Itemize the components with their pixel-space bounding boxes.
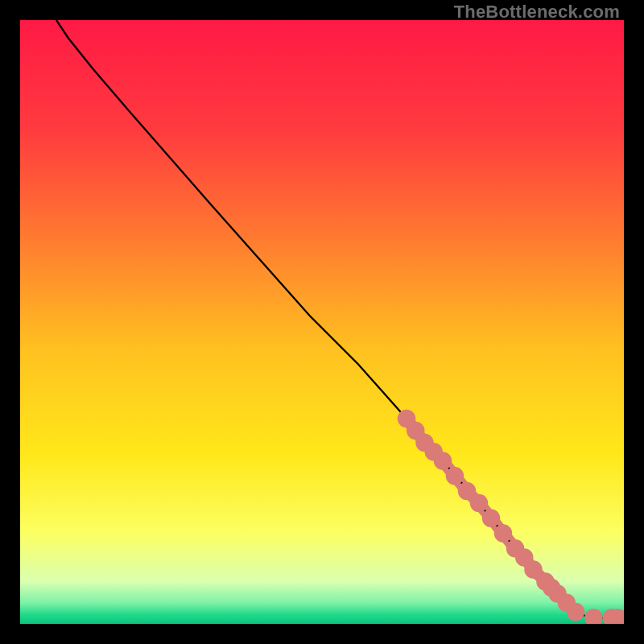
- plot-area: [20, 20, 624, 624]
- gradient-background: [20, 20, 624, 624]
- svg-rect-0: [20, 20, 624, 624]
- chart-container: TheBottleneck.com: [0, 0, 644, 644]
